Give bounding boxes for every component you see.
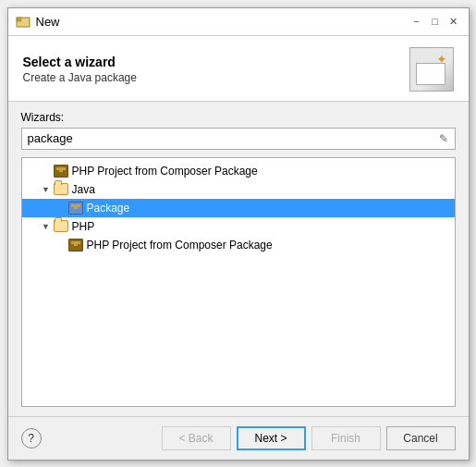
next-button[interactable]: Next > [237, 426, 306, 450]
svg-rect-1 [17, 18, 21, 21]
php-expand-arrow: ▼ [41, 221, 52, 232]
java-expand-arrow: ▼ [41, 184, 52, 195]
tree-label-package: Package [87, 202, 130, 215]
finish-button[interactable]: Finish [311, 426, 381, 450]
header-text: Select a wizard Create a Java package [23, 55, 400, 84]
back-button[interactable]: < Back [162, 426, 231, 450]
wizard-tree[interactable]: PHP Project from Composer Package ▼ Java… [21, 157, 456, 407]
tree-item-php-composer-1[interactable]: PHP Project from Composer Package [22, 162, 455, 180]
help-button[interactable]: ? [21, 428, 42, 449]
tree-item-php-folder[interactable]: ▼ PHP [22, 217, 455, 236]
tree-label-php-composer-1: PHP Project from Composer Package [72, 165, 258, 178]
wizard-header-icon [409, 47, 454, 92]
search-clear-button[interactable]: ✎ [434, 129, 453, 148]
tree-item-java-folder[interactable]: ▼ Java [22, 180, 455, 199]
tree-item-package[interactable]: Package [22, 199, 455, 217]
window-title: New [36, 15, 409, 29]
title-bar: New − □ ✕ [8, 8, 469, 36]
wizard-header: Select a wizard Create a Java package [8, 36, 469, 102]
new-wizard-window: New − □ ✕ Select a wizard Create a Java … [7, 7, 470, 461]
search-bar: ✎ [21, 128, 456, 150]
wizard-footer: ? < Back Next > Finish Cancel [8, 417, 469, 460]
search-input[interactable] [22, 129, 434, 147]
folder-icon-java [54, 182, 68, 197]
minimize-button[interactable]: − [409, 14, 424, 29]
close-button[interactable]: ✕ [446, 14, 461, 29]
wizard-subtitle: Create a Java package [23, 71, 400, 84]
tree-item-php-composer-2[interactable]: PHP Project from Composer Package [22, 236, 455, 254]
wizard-content: Wizards: ✎ PHP Project from Composer Pac… [8, 102, 469, 416]
package-icon-2 [68, 201, 83, 215]
package-icon-3 [68, 238, 83, 252]
restore-button[interactable]: □ [428, 14, 443, 29]
wizards-label: Wizards: [21, 111, 456, 124]
folder-icon-php [54, 219, 68, 234]
window-icon [16, 14, 31, 29]
tree-label-java: Java [72, 183, 95, 196]
tree-label-php-composer-2: PHP Project from Composer Package [87, 239, 273, 252]
cancel-button[interactable]: Cancel [386, 426, 456, 450]
wizard-title: Select a wizard [23, 55, 400, 69]
package-icon-1 [54, 164, 68, 178]
window-controls: − □ ✕ [409, 14, 461, 29]
header-icon-graphic [409, 47, 454, 92]
tree-label-php: PHP [72, 220, 95, 233]
